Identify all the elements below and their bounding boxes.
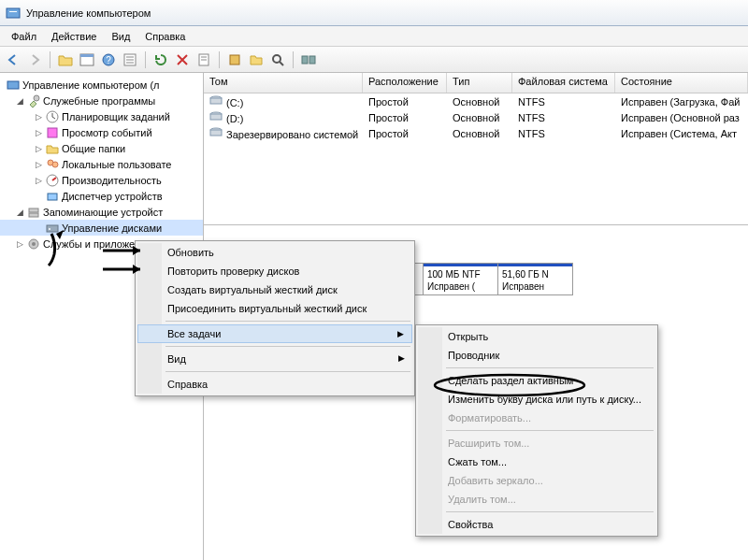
menubar: Файл Действие Вид Справка	[0, 26, 748, 47]
delete-icon[interactable]	[173, 50, 192, 69]
expand-icon[interactable]: ▷	[15, 239, 24, 249]
menu-shrink[interactable]: Сжать том...	[418, 452, 655, 471]
tree-systools-label: Служебные программы	[43, 95, 155, 107]
menu-label: Все задачи	[167, 328, 221, 339]
tool-a-icon[interactable]	[225, 50, 244, 69]
expand-icon[interactable]: ▷	[34, 160, 43, 169]
tree-perf[interactable]: ▷Производительность	[0, 172, 203, 188]
cell-text: NTFS	[512, 96, 615, 108]
menu-action[interactable]: Действие	[44, 29, 104, 44]
menu-change-letter[interactable]: Изменить букву диска или путь к диску...	[418, 390, 655, 409]
tool-b-icon[interactable]	[247, 50, 266, 69]
menu-explorer[interactable]: Проводник	[418, 346, 655, 365]
col-status[interactable]: Состояние	[615, 73, 748, 93]
menu-attachvhd[interactable]: Присоединить виртуальный жесткий диск	[137, 299, 412, 318]
svg-rect-18	[7, 81, 19, 89]
menu-createvhd[interactable]: Создать виртуальный жесткий диск	[137, 280, 412, 299]
volume-icon	[209, 111, 223, 122]
tools-icon	[26, 93, 41, 108]
folder-shared-icon	[45, 141, 60, 156]
tree-diskmgmt[interactable]: Управление дисками	[0, 220, 203, 236]
tool-c-icon[interactable]	[299, 50, 318, 69]
menu-alltasks[interactable]: Все задачи▶	[137, 324, 412, 343]
svg-point-14	[273, 55, 280, 63]
tree-label: Просмотр событий	[62, 127, 152, 138]
menu-help[interactable]: Справка	[137, 375, 412, 394]
partition-box[interactable]: 51,60 ГБ N Исправен	[498, 263, 573, 295]
tree-label: Производительность	[62, 175, 162, 186]
partition-box[interactable]: 100 МБ NTF Исправен (	[424, 263, 498, 295]
list-icon[interactable]	[121, 50, 139, 69]
volume-icon	[209, 95, 223, 107]
tree-eventvwr[interactable]: ▷Просмотр событий	[0, 124, 203, 140]
cell-text: Простой	[363, 112, 447, 123]
submenu-arrow-icon: ▶	[397, 329, 404, 338]
collapse-icon[interactable]: ◢	[15, 208, 24, 217]
tree-label: Локальные пользовате	[62, 159, 171, 170]
part-size-text: 51,60 ГБ N	[502, 268, 568, 280]
list-item[interactable]: (C:) Простой Основной NTFS Исправен (Заг…	[204, 93, 748, 109]
list-item[interactable]: (D:) Простой Основной NTFS Исправен (Осн…	[204, 109, 748, 125]
tree-root[interactable]: Управление компьютером (л	[0, 77, 203, 93]
tree-scheduler[interactable]: ▷Планировщик заданий	[0, 108, 203, 124]
context-menu-alltasks: Открыть Проводник Сделать раздел активны…	[415, 324, 658, 537]
computer-icon	[6, 78, 21, 93]
tree-label: Запоминающие устройст	[43, 207, 163, 218]
event-icon	[45, 125, 60, 140]
col-fs[interactable]: Файловая система	[512, 73, 615, 93]
svg-point-19	[34, 95, 39, 101]
menu-help[interactable]: Справка	[137, 29, 193, 44]
collapse-icon[interactable]: ◢	[15, 96, 24, 106]
cell-text: Основной	[447, 128, 512, 139]
menu-delete[interactable]: Удалить том...	[418, 490, 655, 509]
part-status-text: Исправен (	[427, 280, 494, 293]
device-icon	[45, 189, 60, 204]
col-volume[interactable]: Том	[204, 73, 363, 93]
expand-icon[interactable]: ▷	[34, 128, 43, 137]
menu-refresh[interactable]: Обновить	[137, 243, 412, 262]
search-icon[interactable]	[268, 50, 287, 69]
cell-text: (D:)	[226, 113, 243, 124]
tree-systools[interactable]: ◢ Служебные программы	[0, 93, 203, 108]
cell-text: Простой	[363, 128, 447, 139]
tree-storage[interactable]: ◢Запоминающие устройст	[0, 204, 203, 220]
menu-format[interactable]: Форматировать...	[418, 409, 655, 427]
menu-extend[interactable]: Расширить том...	[418, 434, 655, 452]
list-header: Том Расположение Тип Файловая система Со…	[204, 73, 748, 93]
menu-separator	[446, 367, 654, 368]
list-item[interactable]: Зарезервировано системой Простой Основно…	[204, 125, 748, 141]
menu-view[interactable]: Вид▶	[137, 350, 412, 368]
window-icon[interactable]	[78, 50, 96, 69]
menu-file[interactable]: Файл	[4, 29, 44, 44]
window-title: Управление компьютером	[26, 7, 151, 19]
tree-localusers[interactable]: ▷Локальные пользовате	[0, 156, 203, 172]
svg-line-15	[280, 62, 283, 65]
menu-view[interactable]: Вид	[104, 29, 137, 44]
properties-icon[interactable]	[194, 50, 213, 69]
menu-properties[interactable]: Свойства	[418, 515, 655, 534]
menu-open[interactable]: Открыть	[418, 327, 655, 346]
expand-icon[interactable]: ▷	[34, 176, 43, 185]
menu-mirror[interactable]: Добавить зеркало...	[418, 471, 655, 490]
help-icon[interactable]: ?	[99, 50, 118, 69]
menu-make-active[interactable]: Сделать раздел активным	[418, 371, 655, 390]
col-layout[interactable]: Расположение	[363, 73, 447, 93]
folder-icon[interactable]	[56, 50, 75, 69]
svg-rect-16	[302, 56, 308, 64]
expand-icon[interactable]: ▷	[34, 144, 43, 153]
toolbar: ?	[0, 47, 748, 73]
tree-devmgr[interactable]: Диспетчер устройств	[0, 188, 203, 204]
menu-separator	[446, 430, 654, 431]
refresh-icon[interactable]	[151, 50, 170, 69]
expand-icon[interactable]: ▷	[34, 112, 43, 122]
menu-rescan[interactable]: Повторить проверку дисков	[137, 262, 412, 280]
tree-shared[interactable]: ▷Общие папки	[0, 140, 203, 156]
svg-rect-1	[9, 11, 17, 12]
col-type[interactable]: Тип	[447, 73, 512, 93]
clock-icon	[45, 109, 60, 124]
svg-rect-26	[29, 208, 38, 212]
users-icon	[45, 157, 60, 172]
forward-button[interactable]	[25, 50, 44, 69]
back-button[interactable]	[4, 50, 22, 69]
menu-separator	[165, 321, 410, 322]
